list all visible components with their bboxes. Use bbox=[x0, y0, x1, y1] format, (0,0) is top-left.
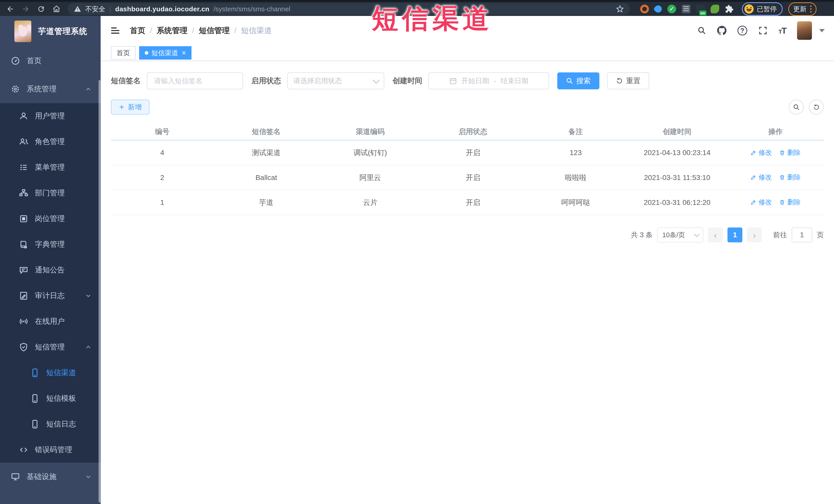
back-icon[interactable] bbox=[6, 5, 14, 13]
breadcrumb-item[interactable]: 系统管理 bbox=[157, 25, 188, 36]
online-users-icon bbox=[19, 317, 28, 326]
column-header: 操作 bbox=[727, 124, 824, 140]
sidebar-item-infra[interactable]: 基础设施 bbox=[0, 463, 101, 491]
address-bar[interactable]: 不安全 | dashboard.yudao.iocoder.cn /system… bbox=[68, 3, 630, 15]
github-icon[interactable] bbox=[717, 26, 727, 36]
close-icon[interactable]: × bbox=[182, 49, 186, 57]
edit-icon bbox=[750, 174, 756, 180]
sidebar-item-sms-channel[interactable]: 短信渠道 bbox=[0, 360, 101, 386]
avatar-caret-down-icon[interactable] bbox=[819, 29, 825, 32]
font-size-icon[interactable]: TT bbox=[778, 26, 786, 36]
edit-link[interactable]: 修改 bbox=[750, 198, 772, 207]
sidebar-item-depts[interactable]: 部门管理 bbox=[0, 180, 101, 206]
breadcrumb-separator: / bbox=[192, 26, 194, 35]
page-number-button[interactable]: 1 bbox=[727, 227, 742, 242]
browser-update-menu-button[interactable]: 更新 bbox=[788, 2, 816, 16]
user-avatar[interactable] bbox=[797, 21, 812, 40]
phone-icon bbox=[30, 368, 40, 377]
hamburger-menu-icon[interactable] bbox=[110, 25, 120, 36]
prev-page-button[interactable]: ‹ bbox=[708, 227, 723, 242]
delete-link[interactable]: 删除 bbox=[779, 198, 800, 207]
extensions-puzzle-icon[interactable] bbox=[725, 5, 733, 13]
chevron-down-icon bbox=[85, 473, 92, 480]
extension-orange-ring-icon[interactable] bbox=[640, 5, 649, 13]
sign-filter-input[interactable] bbox=[154, 77, 236, 85]
breadcrumb-item[interactable]: 短信管理 bbox=[199, 25, 230, 36]
refresh-icon bbox=[813, 104, 820, 111]
sidebar-item-label: 短信日志 bbox=[46, 419, 76, 429]
edit-link[interactable]: 修改 bbox=[750, 173, 772, 182]
reload-icon[interactable] bbox=[37, 5, 45, 13]
active-tag-dot bbox=[145, 51, 148, 55]
reset-button[interactable]: 重置 bbox=[607, 72, 649, 89]
browser-profile-button[interactable]: 已暂停 bbox=[742, 2, 783, 16]
delete-link[interactable]: 删除 bbox=[779, 148, 800, 157]
bookmark-star-icon[interactable] bbox=[616, 5, 624, 13]
cell-id: 1 bbox=[111, 190, 214, 215]
sidebar-item-home[interactable]: 首页 bbox=[0, 47, 101, 75]
tag-active[interactable]: 短信渠道× bbox=[139, 46, 192, 60]
sidebar-item-sms[interactable]: 短信管理 bbox=[0, 334, 101, 360]
monitor-icon bbox=[11, 472, 20, 481]
sidebar-scrollbar[interactable] bbox=[98, 80, 101, 502]
sidebar-menu: 首页系统管理用户管理角色管理菜单管理部门管理岗位管理字典管理通知公告审计日志在线… bbox=[0, 47, 101, 491]
sidebar-item-audit-log[interactable]: 审计日志 bbox=[0, 283, 101, 309]
breadcrumb-item[interactable]: 首页 bbox=[130, 25, 145, 36]
cell-status: 开启 bbox=[421, 165, 524, 190]
extension-switch-icon[interactable]: on bbox=[696, 5, 705, 13]
url-path: /system/sms/sms-channel bbox=[214, 5, 290, 13]
status-select-placeholder: 请选择启用状态 bbox=[293, 76, 342, 86]
sidebar-item-system[interactable]: 系统管理 bbox=[0, 75, 101, 103]
extension-plant-icon[interactable] bbox=[710, 5, 719, 13]
sidebar: 芋道管理系统 首页系统管理用户管理角色管理菜单管理部门管理岗位管理字典管理通知公… bbox=[0, 16, 101, 504]
sidebar-item-label: 用户管理 bbox=[35, 111, 65, 121]
channels-table: 编号短信签名渠道编码启用状态备注创建时间操作 4测试渠道调试(钉钉)开启1232… bbox=[111, 124, 824, 215]
column-header: 编号 bbox=[111, 124, 214, 140]
next-page-button[interactable]: › bbox=[747, 227, 762, 242]
sidebar-item-menus[interactable]: 菜单管理 bbox=[0, 155, 101, 180]
sidebar-item-dict[interactable]: 字典管理 bbox=[0, 232, 101, 257]
fullscreen-icon[interactable] bbox=[758, 26, 768, 36]
sidebar-item-label: 短信模板 bbox=[46, 393, 76, 403]
total-count-label: 共 3 条 bbox=[631, 230, 653, 240]
breadcrumb-separator: / bbox=[150, 26, 152, 35]
sidebar-item-users[interactable]: 用户管理 bbox=[0, 103, 101, 129]
toggle-search-button[interactable] bbox=[789, 100, 804, 114]
sidebar-item-label: 岗位管理 bbox=[35, 214, 65, 224]
sidebar-item-label: 在线用户 bbox=[35, 316, 65, 327]
extension-blue-drop-icon[interactable] bbox=[653, 4, 663, 14]
profile-status-label: 已暂停 bbox=[757, 5, 777, 14]
page-size-select[interactable]: 10条/页 bbox=[657, 227, 703, 242]
extension-green-check-icon[interactable]: ✓ bbox=[667, 5, 676, 13]
sidebar-item-online-users[interactable]: 在线用户 bbox=[0, 309, 101, 334]
sidebar-item-posts[interactable]: 岗位管理 bbox=[0, 206, 101, 232]
refresh-table-button[interactable] bbox=[809, 100, 824, 114]
tag-item[interactable]: 首页 bbox=[111, 46, 135, 60]
delete-link[interactable]: 删除 bbox=[779, 173, 800, 182]
add-button[interactable]: 新增 bbox=[111, 100, 149, 114]
edit-link[interactable]: 修改 bbox=[750, 148, 772, 157]
sidebar-item-error-code[interactable]: 错误码管理 bbox=[0, 437, 101, 463]
cell-created: 2021-03-31 06:12:20 bbox=[627, 190, 727, 215]
cell-code: 调试(钉钉) bbox=[319, 140, 421, 165]
search-button[interactable]: 搜索 bbox=[557, 72, 599, 89]
roles-icon bbox=[19, 137, 28, 146]
date-range-picker[interactable]: 开始日期 - 结束日期 bbox=[429, 72, 549, 89]
sidebar-item-roles[interactable]: 角色管理 bbox=[0, 129, 101, 155]
not-secure-warning-icon[interactable] bbox=[74, 5, 81, 13]
sidebar-item-sms-template[interactable]: 短信模板 bbox=[0, 386, 101, 411]
page-unit-label: 页 bbox=[817, 230, 824, 240]
app-logo-row[interactable]: 芋道管理系统 bbox=[0, 16, 101, 47]
sidebar-item-sms-log[interactable]: 短信日志 bbox=[0, 411, 101, 437]
time-filter-label: 创建时间 bbox=[393, 76, 422, 86]
help-question-icon[interactable]: ? bbox=[738, 26, 747, 36]
forward-icon[interactable] bbox=[22, 5, 30, 13]
extension-gray-bars-icon[interactable] bbox=[682, 5, 690, 13]
home-icon[interactable] bbox=[52, 5, 61, 13]
goto-page-input[interactable] bbox=[792, 227, 812, 242]
phone-icon bbox=[30, 394, 40, 403]
search-icon[interactable] bbox=[698, 26, 706, 35]
status-filter-select[interactable]: 请选择启用状态 bbox=[287, 72, 384, 89]
sidebar-item-notice[interactable]: 通知公告 bbox=[0, 257, 101, 283]
column-header: 渠道编码 bbox=[319, 124, 421, 140]
